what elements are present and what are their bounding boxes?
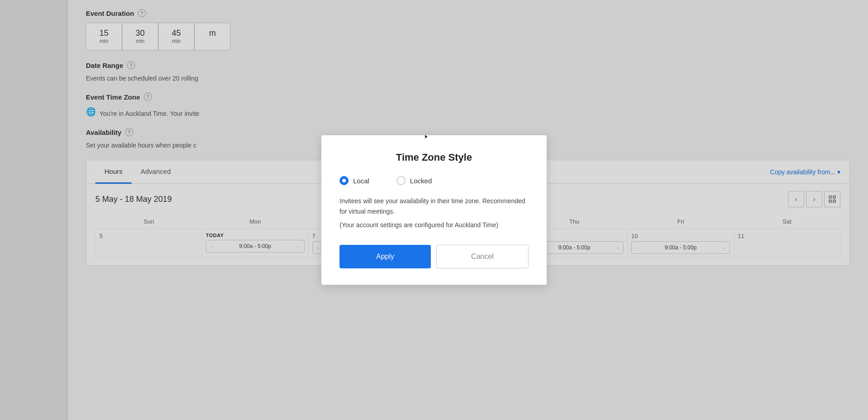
- modal-overlay: Time Zone Style Local Locked Invitees wi…: [0, 0, 868, 420]
- locked-radio-label: Locked: [410, 177, 432, 185]
- local-radio-option[interactable]: Local: [340, 176, 369, 185]
- apply-button[interactable]: Apply: [340, 245, 431, 268]
- modal-buttons: Apply Cancel: [340, 245, 528, 268]
- local-radio-button[interactable]: [340, 176, 349, 185]
- cancel-button[interactable]: Cancel: [436, 245, 528, 268]
- modal-description: Invitees will see your availability in t…: [340, 196, 528, 216]
- modal-title: Time Zone Style: [340, 152, 528, 163]
- locked-radio-button[interactable]: [396, 176, 406, 185]
- timezone-style-modal: Time Zone Style Local Locked Invitees wi…: [321, 135, 547, 285]
- local-radio-label: Local: [353, 177, 369, 185]
- timezone-radio-group: Local Locked: [340, 176, 528, 185]
- modal-note: (Your account settings are configured fo…: [340, 220, 528, 230]
- locked-radio-option[interactable]: Locked: [396, 176, 432, 185]
